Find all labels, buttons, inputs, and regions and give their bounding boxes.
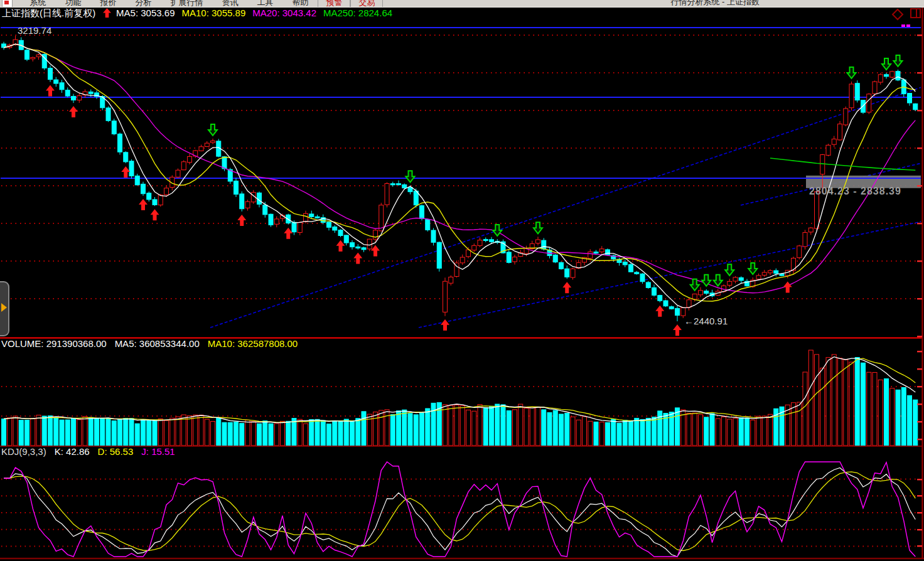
buy-arrow (655, 306, 664, 317)
kdj-label-2: D: 56.53 (98, 446, 134, 457)
window-caption: 行情分析系统 - 上证指数 (670, 0, 760, 8)
buy-arrow (353, 253, 362, 264)
kdj-pane-title: KDJ(9,3,3)K: 42.86D: 56.53J: 15.51 (1, 446, 183, 457)
sell-arrow (406, 171, 415, 182)
expand-arrow-icon (1, 303, 7, 312)
chart-canvas[interactable] (0, 0, 924, 561)
menu-item-hot-0[interactable]: 预警 (318, 0, 350, 8)
volume-label-2: MA10: 362587808.00 (208, 338, 298, 349)
corner-icons (888, 8, 921, 21)
sell-arrow (882, 58, 891, 70)
diamond-icon[interactable] (891, 8, 904, 21)
kdj-pane (1, 462, 918, 557)
menu-item-5[interactable]: 资讯 (212, 0, 247, 8)
kdj-label-3: J: 15.51 (141, 446, 175, 457)
buy-arrow (284, 228, 293, 239)
buy-arrow (139, 199, 148, 210)
kdj-label-0: KDJ(9,3,3) (1, 446, 46, 457)
sell-arrow (534, 222, 542, 233)
chart-title-bar: 上证指数(日线.前复权) MA5: 3053.69MA10: 3055.89MA… (0, 8, 924, 19)
buy-arrow (673, 324, 682, 336)
menu-item-3[interactable]: 分析 (126, 0, 161, 8)
sell-arrow (714, 275, 723, 286)
panel-expand-handle[interactable] (0, 281, 9, 336)
volume-bars (2, 350, 918, 446)
menu-bar: 系统功能报价分析扩展行情资讯工具帮助预警交易 行情分析系统 - 上证指数 (0, 0, 924, 8)
buy-arrow (237, 215, 246, 226)
menu-items: 系统功能报价分析扩展行情资讯工具帮助预警交易 (20, 0, 383, 8)
app-icon[interactable] (2, 0, 13, 8)
ma-value-2: MA20: 3043.42 (252, 8, 316, 18)
sell-arrow (894, 55, 903, 67)
app-icon-glyph (4, 1, 9, 4)
ma-value-3: MA250: 2824.64 (323, 8, 392, 18)
menu-item-2[interactable]: 报价 (90, 0, 126, 8)
ma-lines (4, 44, 915, 307)
sell-arrow (725, 264, 734, 275)
sell-arrow (493, 225, 502, 236)
sell-arrow (748, 263, 757, 274)
menu-item-0[interactable]: 系统 (20, 0, 55, 8)
buy-arrow (562, 282, 571, 293)
instrument-title: 上证指数(日线.前复权) (2, 8, 95, 18)
low-price-annotation: ←2440.91 (684, 316, 728, 326)
buy-arrow (121, 166, 130, 178)
buy-arrow (151, 209, 159, 220)
split-window-icon[interactable] (910, 8, 921, 19)
main-price-pane (0, 28, 921, 336)
ma-value-0: MA5: 3053.69 (116, 8, 175, 18)
kdj-label-1: K: 42.86 (55, 446, 90, 457)
sell-arrow (847, 67, 856, 78)
menu-item-4[interactable]: 扩展行情 (161, 0, 212, 8)
high-price-annotation: 3219.74 (18, 25, 51, 36)
volume-pane (1, 350, 918, 446)
menu-item-7[interactable]: 帮助 (282, 0, 318, 8)
volume-label-1: MA5: 360853344.00 (115, 338, 200, 349)
menu-item-6[interactable]: 工具 (247, 0, 282, 8)
buy-arrow (69, 106, 78, 117)
volume-pane-title: VOLUME: 291390368.00MA5: 360853344.00MA1… (1, 338, 306, 350)
volume-label-0: VOLUME: 291390368.00 (1, 338, 107, 349)
buy-arrow (336, 240, 345, 252)
buy-arrow (783, 281, 792, 292)
menu-item-1[interactable]: 功能 (55, 0, 90, 8)
gap-range-annotation: 2804.23 - 2838.39 (809, 186, 901, 197)
buy-arrow (371, 245, 380, 257)
ma-value-1: MA10: 3055.89 (181, 8, 245, 18)
menu-item-hot-1[interactable]: 交易 (350, 0, 383, 8)
ma-labels: MA5: 3053.69MA10: 3055.89MA20: 3043.42MA… (116, 8, 399, 18)
buy-arrow (46, 85, 55, 97)
sell-arrow (208, 124, 217, 136)
buy-signal-icon (103, 8, 111, 20)
app-window: 系统功能报价分析扩展行情资讯工具帮助预警交易 行情分析系统 - 上证指数 上证指… (0, 0, 924, 561)
